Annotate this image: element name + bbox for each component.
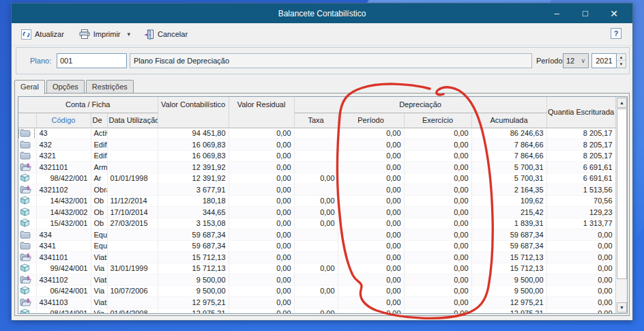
- table-row[interactable]: 43Activ94 451,800,000,000,0086 246,638 2…: [18, 128, 615, 139]
- cell-periodo[interactable]: 0,00: [338, 139, 404, 151]
- cell-valor-contabilistico[interactable]: 180,18: [158, 195, 229, 207]
- cell-acumulada[interactable]: 5 700,31: [471, 173, 546, 184]
- scrollbar-thumb[interactable]: [617, 109, 627, 279]
- cell-descricao[interactable]: Obra: [91, 184, 107, 196]
- cell-taxa[interactable]: [294, 139, 338, 151]
- cell-valor-contabilistico[interactable]: 9 500,00: [158, 274, 229, 286]
- cell-codigo[interactable]: 15/432/001: [36, 218, 91, 229]
- header-taxa[interactable]: Taxa: [294, 113, 338, 128]
- header-periodo[interactable]: Período: [338, 113, 404, 128]
- cell-codigo[interactable]: 4321: [36, 150, 91, 162]
- cell-acumulada[interactable]: 7 864,66: [471, 139, 546, 151]
- cell-valor-residual[interactable]: 0,00: [229, 274, 294, 286]
- cell-exercicio[interactable]: 0,00: [404, 229, 471, 241]
- cell-acumulada[interactable]: 15 712,13: [471, 263, 546, 274]
- cell-data-utilizacao[interactable]: [107, 184, 158, 196]
- cell-taxa[interactable]: [294, 229, 338, 241]
- table-row[interactable]: §4341102Viat.9 500,000,000,000,009 500,0…: [18, 274, 615, 286]
- cell-codigo[interactable]: 99/424/001: [36, 263, 91, 274]
- cell-periodo[interactable]: 0,00: [338, 240, 404, 252]
- spin-up-button[interactable]: ▲: [617, 54, 626, 61]
- cell-quantia-escriturada[interactable]: 8 205,17: [546, 150, 615, 162]
- cell-descricao[interactable]: Viat.: [91, 297, 107, 308]
- cell-taxa[interactable]: 0,00: [294, 173, 338, 184]
- cell-quantia-escriturada[interactable]: 0,00: [546, 252, 615, 263]
- cell-data-utilizacao[interactable]: [107, 229, 158, 241]
- table-row[interactable]: 15/432/001Ob27/03/20153 153,080,000,000,…: [18, 218, 615, 229]
- cell-codigo[interactable]: 14/432/001: [36, 195, 91, 207]
- cell-acumulada[interactable]: 12 975,21: [471, 308, 546, 314]
- cell-valor-contabilistico[interactable]: 12 391,92: [158, 162, 229, 173]
- cell-codigo[interactable]: 432: [36, 139, 91, 151]
- cell-data-utilizacao[interactable]: [107, 297, 158, 308]
- table-row[interactable]: 06/424/001Via10/07/20069 500,000,000,000…: [18, 285, 615, 297]
- table-row[interactable]: §4341101Viat.15 712,130,000,000,0015 712…: [18, 252, 615, 263]
- cell-valor-residual[interactable]: 0,00: [229, 162, 294, 173]
- cell-exercicio[interactable]: 0,00: [404, 263, 471, 274]
- cell-exercicio[interactable]: 0,00: [404, 207, 471, 218]
- cell-acumulada[interactable]: 59 687,34: [471, 229, 546, 241]
- header-valor-contabilistico[interactable]: Valor Contabilístico: [158, 97, 229, 128]
- cell-acumulada[interactable]: 5 700,31: [471, 162, 546, 173]
- maximize-button[interactable]: □: [571, 3, 600, 23]
- cell-taxa[interactable]: 0,00: [294, 285, 338, 297]
- cell-periodo[interactable]: 0,00: [338, 173, 404, 184]
- cell-acumulada[interactable]: 9 500,00: [471, 285, 546, 297]
- cell-periodo[interactable]: 0,00: [338, 218, 404, 229]
- cell-valor-residual[interactable]: 0,00: [229, 297, 294, 308]
- cancelar-button[interactable]: Cancelar: [140, 27, 192, 42]
- cell-codigo[interactable]: 98/422/001: [36, 173, 91, 184]
- cell-data-utilizacao[interactable]: [107, 252, 158, 263]
- cell-exercicio[interactable]: 0,00: [404, 139, 471, 151]
- cell-codigo[interactable]: 4341103: [36, 297, 91, 308]
- header-codigo[interactable]: Código: [36, 113, 91, 128]
- cell-quantia-escriturada[interactable]: 0,00: [546, 297, 615, 308]
- cell-taxa[interactable]: [294, 297, 338, 308]
- cell-codigo[interactable]: 08/424/001: [36, 308, 91, 314]
- cell-codigo[interactable]: 43: [36, 128, 91, 139]
- scroll-down-icon[interactable]: ▼: [617, 302, 627, 313]
- cell-quantia-escriturada[interactable]: 8 205,17: [546, 128, 615, 139]
- cell-valor-residual[interactable]: 0,00: [229, 128, 294, 139]
- cell-exercicio[interactable]: 0,00: [404, 218, 471, 229]
- cell-exercicio[interactable]: 0,00: [404, 252, 471, 263]
- cell-taxa[interactable]: [294, 184, 338, 196]
- cell-codigo[interactable]: 4321102: [36, 184, 91, 196]
- header-acumulada[interactable]: Acumulada: [471, 113, 546, 128]
- cell-exercicio[interactable]: 0,00: [404, 274, 471, 286]
- cell-data-utilizacao[interactable]: [107, 139, 158, 151]
- header-quantia-escriturada[interactable]: Quantia Escriturada: [546, 97, 615, 128]
- cell-taxa[interactable]: 0,00: [294, 207, 338, 218]
- cell-quantia-escriturada[interactable]: 0,00: [546, 240, 615, 252]
- cell-codigo[interactable]: 4341101: [36, 252, 91, 263]
- imprimir-button[interactable]: Imprimir: [75, 27, 125, 41]
- cell-acumulada[interactable]: 1 839,31: [471, 218, 546, 229]
- table-row[interactable]: 434Equi59 687,340,000,000,0059 687,340,0…: [18, 229, 615, 241]
- cell-data-utilizacao[interactable]: 10/07/2006: [107, 285, 158, 297]
- cell-valor-residual[interactable]: 0,00: [229, 263, 294, 274]
- header-exercicio[interactable]: Exercício: [404, 113, 471, 128]
- cell-valor-contabilistico[interactable]: 59 687,34: [158, 229, 229, 241]
- cell-valor-residual[interactable]: 0,00: [229, 252, 294, 263]
- table-row[interactable]: 4321Edifí16 069,830,000,000,007 864,668 …: [18, 150, 615, 162]
- table-row[interactable]: 99/424/001Via31/01/199915 712,130,000,00…: [18, 263, 615, 274]
- cell-quantia-escriturada[interactable]: 0,00: [546, 274, 615, 286]
- cell-descricao[interactable]: Viat.: [91, 252, 107, 263]
- cell-valor-residual[interactable]: 0,00: [229, 308, 294, 314]
- imprimir-dropdown[interactable]: ▾: [125, 29, 134, 40]
- plano-code-input[interactable]: 001: [57, 53, 127, 68]
- cell-exercicio[interactable]: 0,00: [404, 128, 471, 139]
- cell-taxa[interactable]: [294, 252, 338, 263]
- cell-quantia-escriturada[interactable]: 129,23: [546, 207, 615, 218]
- cell-taxa[interactable]: 0,00: [294, 308, 338, 314]
- cell-acumulada[interactable]: 215,42: [471, 207, 546, 218]
- cell-quantia-escriturada[interactable]: 1 313,77: [546, 218, 615, 229]
- cell-quantia-escriturada[interactable]: 0,00: [546, 308, 615, 314]
- cell-periodo[interactable]: 0,00: [338, 162, 404, 173]
- cell-codigo[interactable]: 06/424/001: [36, 285, 91, 297]
- cell-acumulada[interactable]: 12 975,21: [471, 297, 546, 308]
- cell-acumulada[interactable]: 7 864,66: [471, 150, 546, 162]
- table-row[interactable]: 14/432/001Ob11/12/2014180,180,000,000,00…: [18, 195, 615, 207]
- cell-codigo[interactable]: 14/432/002: [36, 207, 91, 218]
- cell-taxa[interactable]: [294, 274, 338, 286]
